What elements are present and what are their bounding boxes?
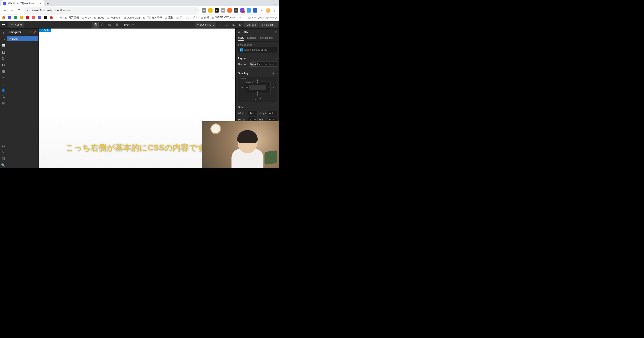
ext-icon[interactable]: M	[234, 8, 238, 12]
ecommerce-icon[interactable]: 🛍	[0, 94, 6, 100]
preview-play-icon[interactable]: ▷	[238, 22, 244, 27]
variables-icon[interactable]: ℣	[0, 55, 6, 61]
spacing-editor[interactable]: MARGIN 0 0 PADDING 0 0 0 0	[238, 77, 277, 102]
collapse-icon[interactable]: ⤢	[30, 30, 32, 34]
bookmark-item[interactable]	[32, 16, 35, 19]
browser-tab[interactable]: Webflow - YT|Webflow ✕	[1, 0, 44, 6]
mobile-device-icon[interactable]: ▯	[114, 22, 120, 28]
bookmark-item[interactable]	[14, 16, 17, 19]
settings-icon[interactable]: ⚙	[0, 143, 6, 149]
bookmark-item[interactable]	[20, 16, 23, 19]
home-button[interactable]: ▭ Home	[8, 22, 24, 27]
margin-left[interactable]: 0	[240, 81, 245, 93]
topbar-overflow-icon[interactable]: ⋯	[55, 22, 61, 27]
components-icon[interactable]: ◧	[0, 49, 6, 55]
margin-top[interactable]: 0	[245, 78, 271, 81]
bookmark-folder[interactable]: 🗀Work	[82, 16, 91, 19]
ext-icon[interactable]	[253, 8, 257, 12]
help-icon[interactable]: ?	[0, 149, 6, 155]
tab-settings[interactable]: Settings	[247, 36, 256, 41]
share-button[interactable]: ⍰ Share	[244, 22, 258, 27]
margin-right[interactable]: 0	[271, 81, 276, 93]
padding-right[interactable]: 0	[266, 85, 270, 90]
all-bookmarks-folder[interactable]: 🗀すべてのブックマーク	[248, 16, 277, 19]
bookmark-folder[interactable]: 🗀Game LIVE	[124, 16, 140, 19]
canvas-selection-label[interactable]: Body	[39, 28, 51, 32]
bookmark-item[interactable]	[50, 16, 53, 19]
chevron-down-icon[interactable]: ⌄	[275, 57, 277, 60]
bookmark-folder[interactable]: 🗀アフィリエイト	[176, 16, 198, 19]
link-spacing-icon[interactable]: ⇕	[254, 98, 256, 100]
bookmark-item[interactable]	[26, 16, 29, 19]
desktop-device-icon[interactable]: 🖥	[92, 22, 98, 28]
bookmark-folder[interactable]: 🗀WEBFLOWツール	[212, 16, 236, 19]
tablet-device-icon[interactable]: ▢	[100, 22, 106, 28]
audit-check-icon[interactable]: ☑	[0, 156, 6, 162]
padding-left[interactable]: 0	[245, 85, 249, 90]
mode-dropdown[interactable]: ✎ Designing ⌄	[195, 22, 216, 27]
spacing-mode-icon[interactable]: ⊡	[272, 72, 274, 75]
unit-dropdown-icon[interactable]: –	[275, 112, 276, 114]
add-element-icon[interactable]: ＋	[0, 30, 6, 36]
pages-icon[interactable]: ▭	[0, 36, 6, 42]
padding-bottom[interactable]: 0	[249, 90, 266, 93]
profile-avatar[interactable]	[266, 8, 270, 13]
bookmark-folder[interactable]: 🗀Web tool	[107, 16, 120, 19]
style-selector-input[interactable]: ▢ Select a class or tag	[238, 47, 277, 53]
bookmark-item[interactable]	[2, 16, 5, 19]
display-option-flex[interactable]: Flex	[256, 62, 263, 66]
webflow-logo-icon[interactable]	[1, 22, 6, 27]
unit-dropdown-icon[interactable]: –	[255, 112, 256, 114]
reload-button[interactable]: ⟳	[16, 7, 22, 13]
height-input[interactable]: Auto–	[268, 111, 277, 116]
forward-button[interactable]: →	[9, 7, 15, 13]
ext-icon[interactable]: W	[221, 8, 225, 12]
url-bar[interactable]: ⚙ yt-webflow.design.webflow.com ☆	[24, 7, 200, 14]
display-option-block[interactable]: Block	[250, 62, 256, 66]
search-icon[interactable]: 🔍	[0, 162, 6, 168]
assets-icon[interactable]: ▦	[0, 68, 6, 74]
cms-icon[interactable]: ≡	[0, 74, 6, 80]
users-icon[interactable]: 👤	[0, 87, 6, 93]
bookmark-item[interactable]	[44, 16, 47, 19]
bookmarks-overflow[interactable]: »	[239, 16, 241, 19]
camera-ext-icon[interactable]: ◉	[202, 8, 206, 12]
publish-button[interactable]: ⇪ Publish ⌄	[259, 22, 278, 27]
display-option-grid[interactable]: Grid	[263, 62, 270, 66]
bookmark-item[interactable]: w	[60, 16, 62, 19]
apps-icon[interactable]: ⊞	[0, 100, 6, 106]
tablet-landscape-icon[interactable]: ▭	[107, 22, 113, 28]
new-tab-button[interactable]: ＋	[45, 1, 50, 6]
ext-icon[interactable]	[208, 8, 212, 12]
navigator-item-body[interactable]: ▭ Body	[7, 36, 38, 41]
width-input[interactable]: Auto–	[248, 111, 258, 116]
code-icon[interactable]: </>	[224, 22, 230, 27]
pin-icon[interactable]: 📌	[33, 30, 36, 34]
bookmark-folder[interactable]: 🗀参考	[200, 16, 209, 19]
ext-icon[interactable]	[228, 8, 232, 12]
spacing-extra-value[interactable]: 0	[260, 98, 261, 100]
tab-style[interactable]: Style	[238, 36, 244, 41]
chevron-down-icon[interactable]: ⌄	[275, 72, 277, 75]
comment-icon[interactable]: ◣	[231, 22, 237, 27]
extensions-puzzle-icon[interactable]: ⊞	[260, 8, 264, 12]
bookmark-folder[interactable]: 🗀素材	[165, 16, 173, 19]
tabs-dropdown-icon[interactable]: ⌄	[272, 1, 278, 6]
back-button[interactable]: ←	[2, 7, 8, 13]
ext-icon-badge[interactable]: 19	[240, 8, 244, 12]
tab-interactions[interactable]: Interactions	[260, 36, 272, 41]
more-icon[interactable]: ⋯	[271, 30, 274, 33]
chrome-menu-icon[interactable]: ⋮	[272, 7, 278, 13]
display-option-none[interactable]: None⌄	[270, 62, 277, 66]
logic-icon[interactable]: ⑂	[0, 81, 6, 87]
tab-close-icon[interactable]: ✕	[39, 2, 42, 5]
bookmark-folder[interactable]: 🗀Study	[94, 16, 104, 19]
styles-icon[interactable]: ◐	[0, 62, 6, 68]
check-icon[interactable]: ✓	[217, 22, 223, 27]
bookmark-item[interactable]	[38, 16, 41, 19]
chevron-down-icon[interactable]: ⌄	[275, 106, 277, 109]
bookmark-item[interactable]: n	[56, 16, 57, 19]
bookmark-folder[interactable]: 🗀写真圧縮	[65, 16, 79, 19]
canvas-width-readout[interactable]: 1064 PX	[124, 23, 134, 26]
site-settings-icon[interactable]: ⚙	[26, 9, 30, 12]
